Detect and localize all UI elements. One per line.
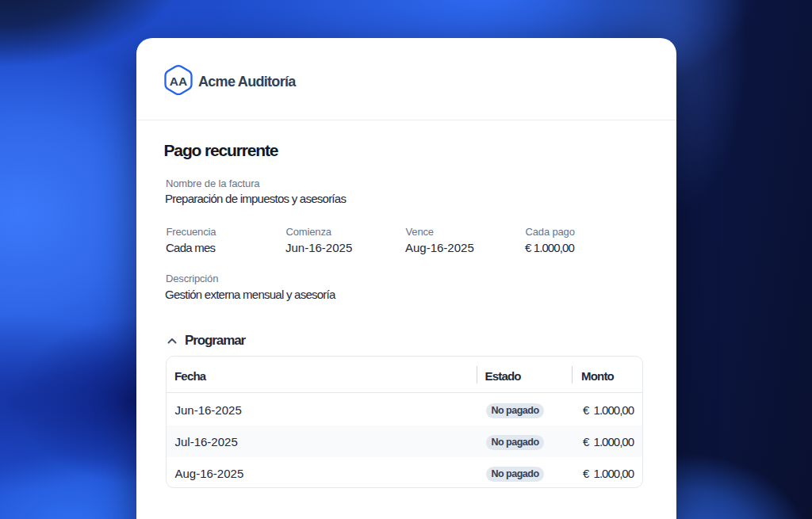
svg-text:AA: AA (170, 74, 187, 88)
